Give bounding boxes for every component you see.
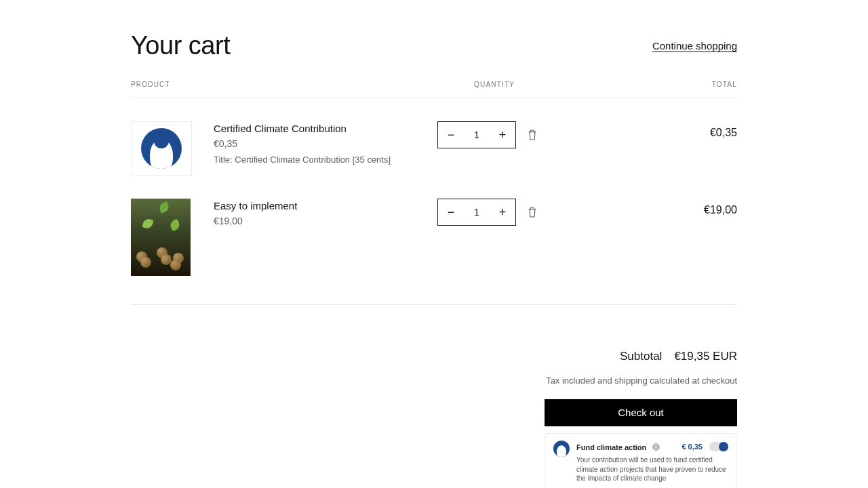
subtotal-label: Subtotal	[620, 350, 662, 363]
column-total: TOTAL	[635, 81, 737, 88]
product-image	[131, 121, 192, 176]
product-image	[131, 199, 191, 276]
climate-description: Your contribution will be used to fund c…	[576, 455, 728, 483]
column-product: PRODUCT	[131, 81, 459, 88]
quantity-stepper: − 1 +	[437, 199, 516, 226]
info-icon[interactable]: i	[652, 443, 660, 451]
quantity-value[interactable]: 1	[464, 207, 490, 218]
product-info: Easy to implement €19,00	[214, 199, 416, 232]
product-variant: Title: Certified Climate Contribution [3…	[214, 155, 416, 165]
penguin-icon	[553, 441, 570, 457]
quantity-stepper: − 1 +	[437, 121, 516, 148]
column-quantity: QUANTITY	[459, 81, 635, 88]
decrease-button[interactable]: −	[438, 199, 464, 225]
remove-button[interactable]	[527, 121, 538, 148]
product-name[interactable]: Certified Climate Contribution	[214, 123, 416, 134]
subtotal-value: €19,35 EUR	[674, 350, 737, 363]
checkout-button[interactable]: Check out	[545, 399, 737, 426]
tax-note: Tax included and shipping calculated at …	[131, 375, 737, 386]
product-info: Certified Climate Contribution €0,35 Tit…	[214, 121, 416, 165]
climate-amount: € 0,35	[682, 443, 703, 451]
quantity-value[interactable]: 1	[464, 129, 490, 140]
trash-icon	[528, 129, 537, 140]
cart-row: Easy to implement €19,00 − 1 + €19,00	[131, 199, 737, 299]
divider	[131, 304, 737, 305]
trash-icon	[528, 207, 537, 218]
cart-columns: PRODUCT QUANTITY TOTAL	[131, 81, 737, 98]
product-price: €19,00	[214, 216, 416, 226]
increase-button[interactable]: +	[490, 122, 515, 148]
climate-widget: Fund climate action i € 0,35 Your contri…	[545, 433, 737, 488]
increase-button[interactable]: +	[490, 199, 515, 225]
page-title: Your cart	[131, 31, 230, 60]
climate-toggle[interactable]	[709, 442, 728, 451]
decrease-button[interactable]: −	[438, 122, 464, 148]
product-price: €0,35	[214, 138, 416, 149]
remove-button[interactable]	[527, 199, 538, 226]
continue-shopping-link[interactable]: Continue shopping	[652, 40, 737, 52]
line-total: €19,00	[635, 199, 737, 216]
cart-row: Certified Climate Contribution €0,35 Tit…	[131, 98, 737, 199]
subtotal-row: Subtotal €19,35 EUR	[131, 350, 737, 363]
line-total: €0,35	[635, 121, 737, 139]
climate-title: Fund climate action	[576, 443, 646, 451]
penguin-icon	[141, 128, 182, 169]
product-name[interactable]: Easy to implement	[214, 200, 416, 211]
cart-header: Your cart Continue shopping	[131, 31, 737, 60]
